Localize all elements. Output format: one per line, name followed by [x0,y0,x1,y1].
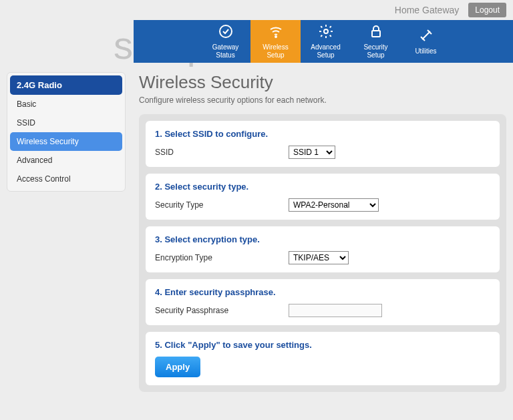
security-type-label: Security Type [155,200,289,210]
page-subtitle: Configure wireless security options for … [139,95,506,105]
sidebar-item-access-control[interactable]: Access Control [10,170,122,188]
card-apply: 5. Click "Apply" to save your settings. … [146,332,500,385]
security-type-select[interactable]: WPA2-Personal [289,198,379,212]
card-passphrase: 4. Enter security passphrase. Security P… [146,279,500,325]
nav-advanced-setup[interactable]: AdvancedSetup [301,20,351,63]
content-area: Wireless Security Configure wireless sec… [139,72,506,392]
nav-security-setup[interactable]: SecuritySetup [351,20,401,63]
svg-point-2 [324,29,328,33]
logout-button[interactable]: Logout [468,3,506,17]
nav-spacer [134,20,200,63]
nav-label: WirelessSetup [263,43,288,59]
main-area: 2.4G Radio Basic SSID Wireless Security … [0,63,513,399]
sidebar: 2.4G Radio Basic SSID Wireless Security … [7,72,126,192]
encryption-type-label: Encryption Type [155,253,289,262]
gateway-title: Home Gateway [395,5,459,15]
card-encryption-type: 3. Select encryption type. Encryption Ty… [146,226,500,272]
lock-icon [368,23,384,41]
nav-label: GatewayStatus [212,43,238,59]
check-circle-icon [218,23,234,41]
form-row: Encryption Type TKIP/AES [155,251,490,264]
card-title: 1. Select SSID to configure. [155,129,490,139]
form-row: Security Passphrase [155,304,490,317]
page-title: Wireless Security [139,72,506,93]
sidebar-item-wireless-security[interactable]: Wireless Security [10,132,122,151]
card-ssid: 1. Select SSID to configure. SSID SSID 1 [146,121,500,167]
svg-point-0 [220,25,232,37]
nav-wireless-setup[interactable]: WirelessSetup [250,20,301,63]
svg-rect-3 [372,31,380,37]
top-bar: Home Gateway Logout [0,0,513,20]
passphrase-label: Security Passphrase [155,306,289,315]
tools-icon [418,27,434,45]
sidebar-item-advanced[interactable]: Advanced [10,151,122,170]
apply-button[interactable]: Apply [155,357,200,377]
form-row: Security Type WPA2-Personal [155,198,490,212]
panel-wrap: 1. Select SSID to configure. SSID SSID 1… [139,114,506,392]
svg-point-1 [275,36,277,37]
card-title: 4. Enter security passphrase. [155,287,490,297]
form-row: SSID SSID 1 [155,146,490,159]
encryption-type-select[interactable]: TKIP/AES [289,251,349,264]
gear-icon [318,23,334,41]
nav-label: Utilities [415,47,436,55]
sidebar-item-basic[interactable]: Basic [10,95,122,114]
ssid-label: SSID [155,148,289,157]
passphrase-input[interactable] [289,304,382,317]
nav-gateway-status[interactable]: GatewayStatus [200,20,250,63]
main-nav: GatewayStatus WirelessSetup AdvancedSetu… [134,20,513,63]
nav-label: SecuritySetup [363,43,387,59]
card-title: 3. Select encryption type. [155,234,490,244]
sidebar-item-ssid[interactable]: SSID [10,114,122,132]
sidebar-header: 2.4G Radio [10,75,122,95]
nav-utilities[interactable]: Utilities [401,20,451,63]
nav-label: AdvancedSetup [311,43,340,59]
wifi-icon [268,23,284,41]
card-security-type: 2. Select security type. Security Type W… [146,174,500,220]
card-title: 5. Click "Apply" to save your settings. [155,340,490,350]
ssid-select[interactable]: SSID 1 [289,146,335,159]
card-title: 2. Select security type. [155,182,490,192]
